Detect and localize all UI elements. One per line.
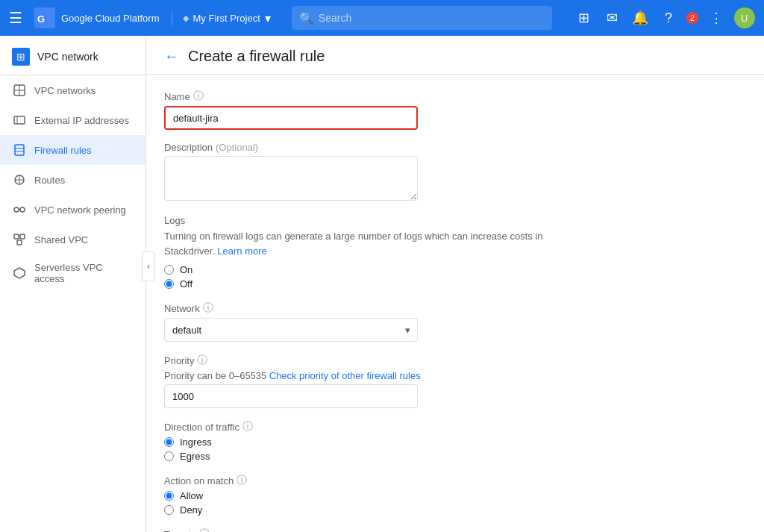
description-label: Description (Optional) <box>164 142 591 153</box>
sidebar-item-label: VPC networks <box>34 85 96 96</box>
sidebar: ⊞ VPC network VPC networks External IP a… <box>0 36 146 532</box>
grid-icon[interactable]: ⊞ <box>573 7 594 28</box>
shared-vpc-icon <box>12 232 27 247</box>
mail-icon[interactable]: ✉ <box>601 7 622 28</box>
sidebar-item-label: Routes <box>34 175 65 186</box>
svg-rect-20 <box>17 240 22 245</box>
direction-label: Direction of traffic ⓘ <box>164 420 591 434</box>
logs-radio-group: On Off <box>164 264 591 290</box>
page-title: Create a firewall rule <box>188 48 325 65</box>
svg-rect-7 <box>14 116 25 124</box>
sidebar-item-label: VPC network peering <box>34 204 126 216</box>
name-label: Name ⓘ <box>164 90 591 103</box>
avatar[interactable]: U <box>734 7 755 28</box>
priority-link[interactable]: Check priority of other firewall rules <box>269 370 421 381</box>
external-ip-icon <box>12 113 27 128</box>
network-select-wrapper: default <box>164 318 418 342</box>
vpc-networks-icon <box>12 83 27 98</box>
direction-group: Direction of traffic ⓘ Ingress Egress <box>164 420 591 462</box>
sidebar-item-label: Firewall rules <box>34 145 92 156</box>
action-allow-radio[interactable]: Allow <box>164 490 591 501</box>
action-radio-group: Allow Deny <box>164 490 591 516</box>
logs-on-radio[interactable]: On <box>164 264 591 275</box>
sidebar-item-vpc-peering[interactable]: VPC network peering <box>0 195 145 225</box>
svg-rect-9 <box>15 145 24 155</box>
notification-badge[interactable]: 2 <box>686 12 698 24</box>
sidebar-collapse-button[interactable]: ‹ <box>142 251 155 281</box>
svg-rect-19 <box>20 234 25 239</box>
project-chevron-icon: ▾ <box>265 11 271 25</box>
sidebar-item-external-ip[interactable]: External IP addresses <box>0 105 145 135</box>
direction-ingress-radio[interactable]: Ingress <box>164 436 591 448</box>
description-group: Description (Optional) <box>164 142 591 203</box>
logo-text: Google Cloud Platform <box>61 13 160 24</box>
action-deny-radio[interactable]: Deny <box>164 504 591 516</box>
routes-icon <box>12 172 27 187</box>
topbar: ☰ G Google Cloud Platform ◆ My First Pro… <box>0 0 764 36</box>
svg-point-16 <box>20 207 25 212</box>
sidebar-header-icon: ⊞ <box>12 48 30 66</box>
network-select[interactable]: default <box>164 318 418 342</box>
logs-off-radio[interactable]: Off <box>164 278 591 290</box>
sidebar-item-shared-vpc[interactable]: Shared VPC <box>0 225 145 254</box>
targets-group: Targets ⓘ All instances in the network <box>164 528 591 532</box>
back-button[interactable]: ← <box>164 48 179 65</box>
sidebar-item-label: External IP addresses <box>34 115 129 126</box>
svg-text:G: G <box>37 13 45 25</box>
network-help-icon[interactable]: ⓘ <box>203 301 213 315</box>
project-selector[interactable]: ◆ My First Project ▾ <box>172 11 271 25</box>
name-group: Name ⓘ <box>164 90 591 130</box>
bell-icon[interactable]: 🔔 <box>630 7 651 28</box>
direction-help-icon[interactable]: ⓘ <box>242 420 253 434</box>
serverless-icon <box>12 266 27 281</box>
sidebar-item-vpc-networks[interactable]: VPC networks <box>0 75 145 105</box>
sidebar-header-title: VPC network <box>37 51 98 63</box>
sidebar-item-firewall-rules[interactable]: Firewall rules <box>0 135 145 165</box>
targets-label: Targets ⓘ <box>164 528 591 532</box>
logs-learn-more-link[interactable]: Learn more <box>217 245 266 257</box>
svg-rect-18 <box>14 234 19 239</box>
menu-icon[interactable]: ☰ <box>9 9 22 27</box>
network-label: Network ⓘ <box>164 301 591 315</box>
sidebar-header: ⊞ VPC network <box>0 36 145 75</box>
app-logo: G Google Cloud Platform <box>34 7 160 28</box>
priority-help-icon[interactable]: ⓘ <box>197 354 207 367</box>
logs-group: Logs Turning on firewall logs can genera… <box>164 215 591 290</box>
search-input[interactable] <box>292 6 552 30</box>
sidebar-item-label: Shared VPC <box>34 234 88 245</box>
help-icon[interactable]: ? <box>658 7 679 28</box>
name-help-icon[interactable]: ⓘ <box>193 90 204 103</box>
logs-label: Logs <box>164 215 591 226</box>
direction-radio-group: Ingress Egress <box>164 436 591 462</box>
form-container: Name ⓘ Description (Optional) Logs <box>146 75 609 532</box>
content-header: ← Create a firewall rule <box>146 36 764 75</box>
more-icon[interactable]: ⋮ <box>706 7 727 28</box>
priority-label: Priority ⓘ <box>164 354 591 367</box>
priority-input[interactable] <box>164 384 418 408</box>
content-area: ← Create a firewall rule Name ⓘ Descript… <box>146 36 764 532</box>
svg-point-15 <box>14 207 19 212</box>
sidebar-item-routes[interactable]: Routes <box>0 165 145 195</box>
main-layout: ⊞ VPC network VPC networks External IP a… <box>0 36 764 532</box>
action-group: Action on match ⓘ Allow Deny <box>164 474 591 516</box>
targets-help-icon[interactable]: ⓘ <box>199 528 210 532</box>
svg-marker-21 <box>14 268 25 278</box>
firewall-icon <box>12 143 27 157</box>
sidebar-item-serverless-vpc[interactable]: Serverless VPC access <box>0 254 145 292</box>
topbar-actions: ⊞ ✉ 🔔 ? 2 ⋮ U <box>573 7 755 28</box>
search-icon: 🔍 <box>299 11 314 25</box>
action-help-icon[interactable]: ⓘ <box>237 474 247 487</box>
sidebar-item-label: Serverless VPC access <box>34 262 134 284</box>
gcp-logo-icon: G <box>34 7 55 28</box>
project-name: My First Project <box>193 13 260 24</box>
logs-description: Turning on firewall logs can generate a … <box>164 229 591 258</box>
peering-icon <box>12 202 27 217</box>
network-group: Network ⓘ default <box>164 301 591 342</box>
search-bar: 🔍 <box>292 6 552 30</box>
priority-group: Priority ⓘ Priority can be 0–65535 Check… <box>164 354 591 408</box>
description-input[interactable] <box>164 156 418 201</box>
priority-hint: Priority can be 0–65535 Check priority o… <box>164 370 591 381</box>
action-label: Action on match ⓘ <box>164 474 591 487</box>
direction-egress-radio[interactable]: Egress <box>164 451 591 462</box>
name-input[interactable] <box>164 106 418 130</box>
